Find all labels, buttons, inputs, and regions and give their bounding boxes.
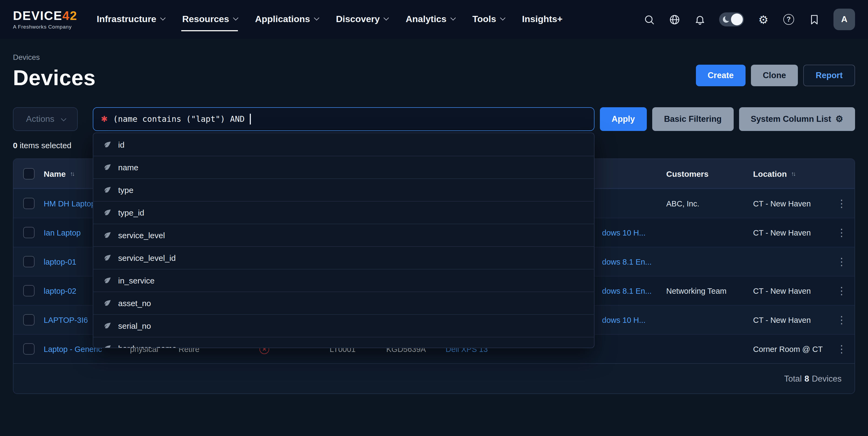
autocomplete-option-service-level[interactable]: service_level xyxy=(93,224,594,246)
nav-tools[interactable]: Tools xyxy=(472,0,504,39)
autocomplete-option-type[interactable]: type xyxy=(93,178,594,201)
row-menu-cell: ⋮ xyxy=(829,315,855,325)
option-label: id xyxy=(118,140,124,149)
report-button[interactable]: Report xyxy=(803,64,855,86)
nav-infrastructure[interactable]: Infrastructure xyxy=(97,0,164,39)
nav-insights-plus[interactable]: Insights+ xyxy=(522,0,562,39)
theme-toggle[interactable] xyxy=(719,12,744,26)
brand-logo[interactable]: DEVICE42 A Freshworks Company xyxy=(13,9,77,29)
query-area: ✱ (name contains ("lapt") AND id name ty… xyxy=(93,107,594,131)
globe-icon[interactable] xyxy=(669,13,680,25)
nav-label: Insights+ xyxy=(522,14,562,25)
row-checkbox-cell xyxy=(13,314,44,326)
option-label: in_service xyxy=(118,276,155,285)
kebab-icon[interactable]: ⋮ xyxy=(836,257,847,267)
row-checkbox[interactable] xyxy=(23,343,34,355)
select-all-checkbox[interactable] xyxy=(23,168,34,179)
option-label: type xyxy=(118,186,133,195)
apply-button[interactable]: Apply xyxy=(600,107,647,131)
actions-dropdown[interactable]: Actions xyxy=(13,107,78,131)
location-header[interactable]: Location↑↓ xyxy=(742,169,829,178)
chevron-down-icon xyxy=(383,15,389,21)
option-label: name xyxy=(118,163,138,172)
nav-label: Analytics xyxy=(406,14,446,25)
device-name-link[interactable]: Ian Laptop xyxy=(44,228,81,237)
row-checkbox[interactable] xyxy=(23,227,34,238)
kebab-icon[interactable]: ⋮ xyxy=(836,344,847,354)
nav-label: Infrastructure xyxy=(97,14,156,25)
device-name-link[interactable]: HM DH Laptop xyxy=(44,199,95,208)
nav-applications[interactable]: Applications xyxy=(255,0,317,39)
bookmark-icon[interactable] xyxy=(808,13,820,25)
basic-filtering-button[interactable]: Basic Filtering xyxy=(652,107,734,131)
location-cell: CT - New Haven xyxy=(742,287,829,295)
help-icon[interactable]: ? xyxy=(783,13,795,25)
total-suffix: Devices xyxy=(812,374,842,383)
total-prefix: Total xyxy=(784,374,802,383)
system-column-list-button[interactable]: System Column List⚙ xyxy=(739,107,855,131)
kebab-icon[interactable]: ⋮ xyxy=(836,228,847,238)
device-name-link[interactable]: LAPTOP-3I6 xyxy=(44,315,88,324)
search-icon[interactable] xyxy=(643,13,655,25)
row-checkbox[interactable] xyxy=(23,285,34,296)
location-cell: CT - New Haven xyxy=(742,315,829,324)
sort-arrows-icon[interactable]: ↑↓ xyxy=(791,170,795,177)
brand-text: DEVICE42 xyxy=(13,9,77,22)
page-header-buttons: Create Clone Report xyxy=(695,64,855,86)
settings-gear-icon[interactable]: ⚙ xyxy=(757,13,769,25)
page-title: Devices xyxy=(13,66,96,90)
clone-button[interactable]: Clone xyxy=(751,64,798,86)
main-content: Devices Devices Create Clone Report Acti… xyxy=(0,53,868,394)
device-name-link[interactable]: laptop-02 xyxy=(44,287,76,295)
chevron-down-icon xyxy=(500,15,505,21)
autocomplete-option-asset-no[interactable]: asset_no xyxy=(93,292,594,314)
selection-label: items selected xyxy=(18,141,71,150)
field-leaf-icon xyxy=(103,140,112,149)
nav-label: Tools xyxy=(472,14,496,25)
location-header-label: Location xyxy=(753,169,787,178)
app-root: DEVICE42 A Freshworks Company Infrastruc… xyxy=(0,0,868,436)
chevron-down-icon xyxy=(160,15,165,21)
location-cell: CT - New Haven xyxy=(742,228,829,237)
query-input[interactable]: ✱ (name contains ("lapt") AND xyxy=(93,107,594,131)
autocomplete-option-service-level-id[interactable]: service_level_id xyxy=(93,246,594,269)
row-checkbox[interactable] xyxy=(23,314,34,326)
avatar[interactable]: A xyxy=(834,9,855,30)
create-button[interactable]: Create xyxy=(695,64,746,86)
row-checkbox-cell xyxy=(13,227,44,238)
nav-analytics[interactable]: Analytics xyxy=(406,0,454,39)
row-checkbox[interactable] xyxy=(23,198,34,209)
nav-resources[interactable]: Resources xyxy=(182,0,237,39)
selection-count: 0 xyxy=(13,141,18,150)
autocomplete-option-hardware-name[interactable]: hardware_name xyxy=(93,337,594,348)
toggle-knob xyxy=(731,13,743,25)
moon-icon xyxy=(723,16,730,23)
autocomplete-option-name[interactable]: name xyxy=(93,156,594,178)
option-label: service_level_id xyxy=(118,253,176,263)
name-header-label: Name xyxy=(44,169,66,178)
breadcrumb[interactable]: Devices xyxy=(13,53,96,61)
select-all-cell xyxy=(13,168,44,179)
autocomplete-option-id[interactable]: id xyxy=(93,133,594,156)
notifications-bell-icon[interactable] xyxy=(694,13,706,25)
autocomplete-option-serial-no[interactable]: serial_no xyxy=(93,314,594,337)
kebab-icon[interactable]: ⋮ xyxy=(836,286,847,296)
field-leaf-icon xyxy=(103,321,112,330)
customers-cell: Networking Team xyxy=(653,287,742,295)
customers-header[interactable]: Customers xyxy=(653,169,742,178)
row-checkbox[interactable] xyxy=(23,256,34,267)
autocomplete-option-type-id[interactable]: type_id xyxy=(93,201,594,224)
field-leaf-icon xyxy=(103,231,112,240)
nav-discovery[interactable]: Discovery xyxy=(336,0,388,39)
sort-arrows-icon[interactable]: ↑↓ xyxy=(70,170,74,177)
row-checkbox-cell xyxy=(13,343,44,355)
page-titles: Devices Devices xyxy=(13,53,96,90)
device-name-link[interactable]: laptop-01 xyxy=(44,257,76,266)
option-label: hardware_name xyxy=(118,344,177,348)
autocomplete-option-in-service[interactable]: in_service xyxy=(93,269,594,292)
text-cursor xyxy=(250,114,251,125)
row-checkbox-cell xyxy=(13,256,44,267)
row-menu-cell: ⋮ xyxy=(829,198,855,208)
kebab-icon[interactable]: ⋮ xyxy=(836,315,847,325)
kebab-icon[interactable]: ⋮ xyxy=(836,198,847,208)
